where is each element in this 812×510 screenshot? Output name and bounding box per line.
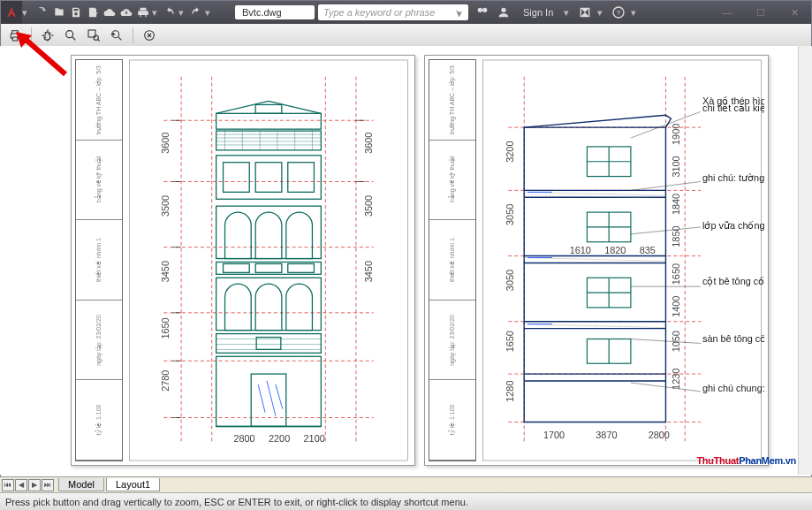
svg-rect-41 (255, 163, 282, 193)
sign-in-link[interactable]: Sign In (516, 7, 560, 18)
svg-rect-45 (224, 263, 250, 272)
tab-model[interactable]: Model (58, 478, 104, 491)
drawing-elevation: 3600 3500 3450 1650 2780 3600 3500 3450 … (126, 59, 411, 461)
preview-canvas[interactable]: trường TH ABC – lớp: 5/3 bảng vẽ kỹ thuậ… (0, 46, 812, 475)
svg-rect-27 (255, 104, 282, 113)
print-icon[interactable] (135, 4, 151, 20)
tab-last-icon[interactable]: ⏭ (42, 479, 54, 491)
svg-text:1650: 1650 (671, 263, 681, 285)
svg-line-91 (524, 258, 665, 262)
svg-text:lớp vữa chống thấm: lớp vữa chống thấm (702, 220, 764, 231)
svg-text:3450: 3450 (363, 261, 374, 282)
svg-text:1650: 1650 (160, 317, 171, 339)
search-go-icon[interactable]: ➤ (453, 9, 465, 17)
svg-text:1850: 1850 (671, 225, 681, 247)
tb-text: bảng vẽ kỹ thuật (95, 156, 102, 202)
svg-line-58 (276, 384, 283, 409)
filename-display: Bvtc.dwg (235, 5, 315, 19)
svg-text:1650: 1650 (505, 331, 515, 352)
svg-line-56 (258, 384, 265, 413)
tb-text: thiết kế: nhóm 1 (95, 238, 102, 282)
svg-rect-54 (216, 356, 322, 426)
svg-text:cột bê tông cốt thép, kích thư: cột bê tông cốt thép, kích thước theo bả… (702, 276, 764, 287)
close-button[interactable]: ✕ (778, 1, 811, 24)
svg-point-4 (94, 35, 98, 40)
svg-text:2800: 2800 (233, 433, 254, 444)
svg-rect-47 (288, 263, 315, 272)
search-placeholder: Type a keyword or phrase (323, 7, 435, 18)
dropdown-icon[interactable]: ▾ (205, 7, 214, 19)
paper-sheet-1: trường TH ABC – lớp: 5/3 bảng vẽ kỹ thuậ… (71, 55, 415, 466)
close-preview-icon[interactable] (140, 27, 158, 44)
dropdown-icon[interactable]: ▾ (564, 7, 573, 19)
svg-text:1610: 1610 (570, 245, 591, 255)
status-text: Press pick button and drag vertically to… (5, 497, 468, 507)
svg-rect-26 (216, 113, 322, 129)
save-icon[interactable] (68, 4, 84, 20)
svg-line-57 (267, 381, 276, 416)
svg-text:3200: 3200 (505, 141, 515, 163)
minimize-button[interactable]: — (710, 1, 744, 24)
zoom-window-icon[interactable] (85, 27, 102, 44)
new-icon[interactable] (34, 4, 50, 20)
svg-rect-46 (255, 263, 282, 272)
dropdown-icon[interactable]: ▾ (152, 7, 161, 19)
redo-icon[interactable] (188, 4, 204, 20)
cloud-open-icon[interactable] (102, 4, 118, 20)
svg-rect-42 (288, 163, 315, 193)
tab-nav-buttons: ⏮ ◀ ▶ ⏭ (0, 479, 57, 491)
svg-text:ghi chú chung: toàn bộ kích th: ghi chú chung: toàn bộ kích thước kiểm t… (702, 382, 764, 394)
watermark: ThuThuatPhanMem.vn (696, 446, 796, 469)
cloud-save-icon[interactable] (118, 4, 134, 20)
exchange-icon[interactable] (576, 4, 594, 20)
tb-text: trường TH ABC – lớp: 5/3 (95, 65, 102, 134)
tab-next-icon[interactable]: ▶ (28, 479, 41, 491)
tb-text: tỷ lệ: 1:100 (449, 405, 456, 436)
undo-icon[interactable] (162, 4, 178, 20)
autodesk-link-icon[interactable] (474, 4, 491, 20)
svg-text:3050: 3050 (505, 270, 515, 291)
svg-rect-49 (216, 334, 322, 354)
drawing-section: 3200 3050 3050 1650 1280 1900 3100 1840 … (480, 59, 764, 461)
tb-text: thiết kế: nhóm 1 (449, 238, 456, 282)
wm-part3: .vn (783, 455, 796, 466)
wm-part1: ThuThuat (696, 455, 739, 466)
tab-prev-icon[interactable]: ◀ (15, 479, 27, 491)
title-actions: Sign In ▾ ▾ ? ▾ (474, 4, 640, 20)
preview-toolbar (1, 24, 811, 47)
svg-text:1280: 1280 (505, 381, 515, 402)
svg-text:2100: 2100 (304, 433, 325, 444)
title-block: trường TH ABC – lớp: 5/3 bảng vẽ kỹ thuậ… (75, 59, 123, 461)
user-icon[interactable] (495, 4, 512, 20)
app-logo-icon[interactable] (1, 1, 22, 24)
svg-text:1050: 1050 (671, 331, 681, 352)
maximize-button[interactable]: ☐ (744, 1, 778, 24)
help-icon[interactable]: ? (610, 4, 627, 20)
vertical-scrollbar[interactable] (798, 46, 812, 475)
tab-layout1[interactable]: Layout1 (106, 478, 160, 491)
svg-text:3600: 3600 (160, 133, 171, 154)
status-bar: Press pick button and drag vertically to… (0, 492, 812, 510)
svg-text:1900: 1900 (671, 124, 681, 145)
annotation-arrow (12, 30, 71, 81)
svg-text:sàn bê tông cốt thép đổ tại ch: sàn bê tông cốt thép đổ tại chỗ, chi tiế… (702, 332, 764, 345)
dropdown-icon[interactable]: ▾ (631, 7, 640, 19)
saveas-icon[interactable] (85, 4, 101, 20)
title-bar: ▾ ▾ ▾ ▾ Bvtc.dwg Type a keyword or phras… (1, 1, 811, 24)
separator (133, 27, 133, 43)
tab-first-icon[interactable]: ⏮ (2, 479, 14, 491)
svg-text:1230: 1230 (671, 369, 681, 390)
svg-rect-40 (224, 163, 250, 193)
zoom-prev-icon[interactable] (108, 27, 125, 44)
dropdown-icon[interactable]: ▾ (597, 7, 606, 19)
svg-text:ghi chú: tường xây gạch đặc 11: ghi chú: tường xây gạch đặc 110, trát vữ… (702, 172, 764, 184)
svg-text:2800: 2800 (649, 430, 670, 440)
app-menu-dropdown-icon[interactable]: ▾ (22, 7, 31, 19)
window-controls: — ☐ ✕ (710, 1, 811, 24)
search-input[interactable]: Type a keyword or phrase ➤ (318, 4, 468, 20)
dropdown-icon[interactable]: ▾ (178, 7, 187, 19)
open-icon[interactable] (51, 4, 67, 20)
svg-text:3500: 3500 (160, 195, 171, 217)
svg-rect-28 (216, 131, 322, 150)
svg-rect-71 (483, 60, 762, 461)
